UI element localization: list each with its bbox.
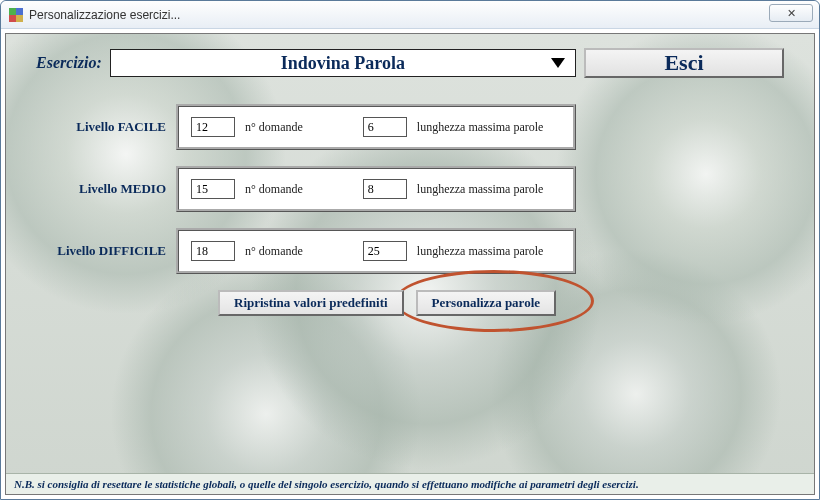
questions-label: n° domande bbox=[245, 182, 303, 197]
exercise-label: Esercizio: bbox=[36, 54, 102, 72]
maxlen-label: lunghezza massima parole bbox=[417, 120, 544, 135]
level-label: Livello MEDIO bbox=[36, 181, 176, 197]
action-row: Ripristina valori predefiniti Personaliz… bbox=[218, 290, 784, 316]
levels-area: Livello FACILE n° domande lunghezza mass… bbox=[36, 104, 784, 316]
level-box: n° domande lunghezza massima parole bbox=[176, 228, 576, 274]
level-label: Livello FACILE bbox=[36, 119, 176, 135]
close-icon: ✕ bbox=[787, 7, 796, 20]
exercise-dropdown[interactable]: Indovina Parola bbox=[110, 49, 576, 77]
level-row-medio: Livello MEDIO n° domande lunghezza massi… bbox=[36, 166, 784, 212]
level-label: Livello DIFFICILE bbox=[36, 243, 176, 259]
level-box: n° domande lunghezza massima parole bbox=[176, 166, 576, 212]
questions-input[interactable] bbox=[191, 241, 235, 261]
exit-button[interactable]: Esci bbox=[584, 48, 784, 78]
questions-input[interactable] bbox=[191, 117, 235, 137]
app-icon bbox=[9, 8, 23, 22]
window-title: Personalizzazione esercizi... bbox=[29, 8, 180, 22]
maxlen-input[interactable] bbox=[363, 241, 407, 261]
content-frame: Esercizio: Indovina Parola Esci Livello … bbox=[5, 33, 815, 495]
footer-note: N.B. si consiglia di resettare le statis… bbox=[6, 473, 814, 494]
questions-label: n° domande bbox=[245, 120, 303, 135]
maxlen-label: lunghezza massima parole bbox=[417, 244, 544, 259]
reset-defaults-button[interactable]: Ripristina valori predefiniti bbox=[218, 290, 404, 316]
app-window: Personalizzazione esercizi... ✕ Esercizi… bbox=[0, 0, 820, 500]
level-row-facile: Livello FACILE n° domande lunghezza mass… bbox=[36, 104, 784, 150]
level-row-difficile: Livello DIFFICILE n° domande lunghezza m… bbox=[36, 228, 784, 274]
header-row: Esercizio: Indovina Parola Esci bbox=[6, 34, 814, 84]
exercise-dropdown-value: Indovina Parola bbox=[281, 53, 405, 74]
titlebar: Personalizzazione esercizi... ✕ bbox=[1, 1, 819, 29]
questions-label: n° domande bbox=[245, 244, 303, 259]
customize-words-button[interactable]: Personalizza parole bbox=[416, 290, 556, 316]
maxlen-input[interactable] bbox=[363, 117, 407, 137]
maxlen-input[interactable] bbox=[363, 179, 407, 199]
maxlen-label: lunghezza massima parole bbox=[417, 182, 544, 197]
close-button[interactable]: ✕ bbox=[769, 4, 813, 22]
questions-input[interactable] bbox=[191, 179, 235, 199]
level-box: n° domande lunghezza massima parole bbox=[176, 104, 576, 150]
chevron-down-icon bbox=[551, 58, 565, 68]
